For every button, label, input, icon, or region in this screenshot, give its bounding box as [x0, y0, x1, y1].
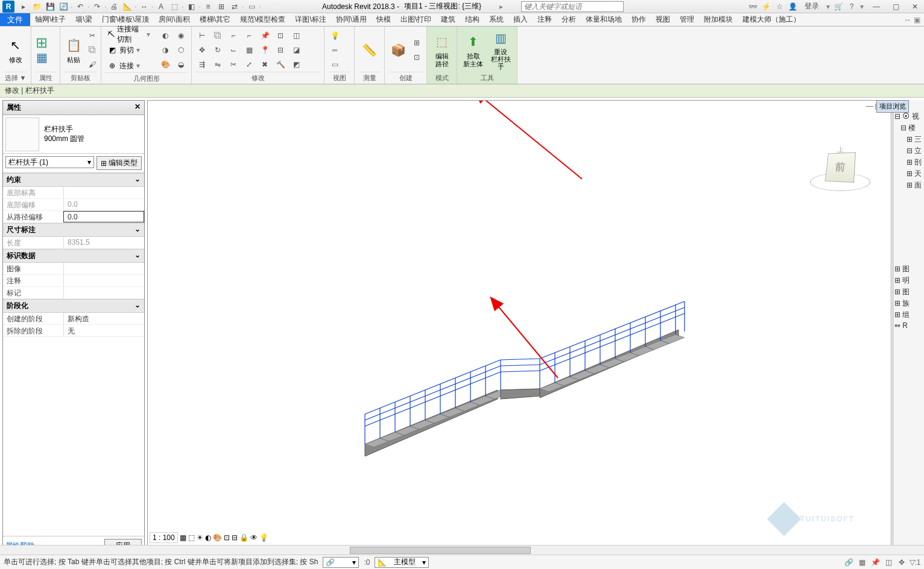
- shadows-icon[interactable]: ◐: [205, 533, 211, 542]
- geom-icon-1[interactable]: ◐: [159, 29, 172, 42]
- design-options-combo[interactable]: 📐主模型▾: [375, 557, 429, 568]
- edit-path-button[interactable]: ⬚ 编辑 路径: [431, 30, 453, 71]
- qat-save-icon[interactable]: 💾: [45, 1, 55, 12]
- view-canvas[interactable]: — ▣ ✕ 前 上: [147, 100, 891, 556]
- menu-manage[interactable]: 管理: [675, 13, 699, 26]
- mod-c-icon[interactable]: ◩: [290, 58, 303, 71]
- prop-phase-demo[interactable]: 拆除的阶段无: [3, 325, 144, 337]
- qat-undo-icon[interactable]: ↶: [75, 1, 86, 12]
- menu-architecture[interactable]: 建筑: [436, 13, 460, 26]
- qat-3d-icon[interactable]: ⬚: [169, 1, 180, 12]
- extend-icon[interactable]: ⌙: [227, 43, 240, 57]
- sun-path-icon[interactable]: ☀: [197, 533, 203, 542]
- group-dims-header[interactable]: 尺寸标注⌄: [3, 223, 144, 237]
- tree-item[interactable]: ⊞ 组: [894, 309, 923, 321]
- menu-spec-check[interactable]: 规范\模型检查: [235, 13, 290, 26]
- tree-item[interactable]: ⇔ R: [894, 321, 923, 330]
- crop-icon[interactable]: ⊡: [224, 533, 230, 542]
- select-links-icon[interactable]: 🔗: [843, 557, 854, 568]
- file-tab[interactable]: 文件: [0, 13, 30, 26]
- tree-item[interactable]: ⊞ 剖: [894, 157, 923, 168]
- qat-redo-icon[interactable]: ↷: [92, 1, 103, 12]
- qat-measure-icon[interactable]: 📐: [122, 1, 133, 12]
- tree-item[interactable]: ⊞ 明: [894, 275, 923, 286]
- group-select-label[interactable]: 选择 ▼: [4, 72, 27, 84]
- lock3d-icon[interactable]: 🔒: [239, 533, 248, 542]
- staircase-railing-model[interactable]: [353, 239, 691, 480]
- unpin-icon[interactable]: 📍: [258, 43, 271, 57]
- viewcube-front-face[interactable]: 前: [825, 152, 856, 183]
- offset-icon[interactable]: ⇶: [195, 58, 209, 71]
- array-icon[interactable]: ▦: [242, 43, 256, 57]
- mod-a-icon[interactable]: ◫: [290, 29, 303, 42]
- close-button[interactable]: ✕: [908, 1, 922, 12]
- menu-annotate[interactable]: 注释: [533, 13, 557, 26]
- geom-icon-2[interactable]: ◑: [159, 43, 172, 57]
- help-icon[interactable]: ?: [847, 2, 856, 11]
- geom-icon-4[interactable]: ◉: [174, 29, 188, 42]
- menu-massing-site[interactable]: 体量和场地: [581, 13, 627, 26]
- measure-button[interactable]: 📏: [358, 30, 381, 71]
- menu-master[interactable]: 建模大师（施工）: [738, 13, 805, 26]
- menu-structure[interactable]: 结构: [460, 13, 484, 26]
- view-minimize-icon[interactable]: —: [866, 102, 873, 110]
- split-icon[interactable]: ✂: [227, 58, 240, 71]
- ribbon-minimize-icon[interactable]: ▣: [914, 16, 920, 24]
- tree-item[interactable]: ⊞ 面: [894, 180, 923, 191]
- edit-type-button[interactable]: ⊞ 编辑类型: [97, 156, 142, 170]
- help-dropdown-icon[interactable]: ▾: [860, 2, 864, 11]
- qat-close-icon[interactable]: ⊞: [216, 1, 227, 12]
- communicate-icon[interactable]: ⚡: [761, 2, 771, 11]
- view-icon-1[interactable]: 💡: [328, 29, 341, 42]
- workset-combo[interactable]: 🔗▾: [323, 557, 359, 568]
- qat-section-icon[interactable]: ◧: [186, 1, 197, 12]
- prop-image[interactable]: 图像: [3, 263, 144, 275]
- rotate-icon[interactable]: ↻: [211, 43, 224, 57]
- properties-icon[interactable]: ⊞: [35, 36, 48, 49]
- login-dropdown-icon[interactable]: ▾: [826, 2, 830, 11]
- geom-icon-5[interactable]: ⬡: [174, 43, 188, 57]
- qat-sync-icon[interactable]: 🔄: [58, 1, 69, 12]
- scale-icon[interactable]: ⤢: [242, 58, 256, 71]
- render-icon[interactable]: 🎨: [213, 533, 222, 542]
- properties-close-icon[interactable]: ✕: [134, 102, 141, 113]
- login-label[interactable]: 登录: [805, 1, 819, 11]
- scrollbar-thumb[interactable]: [350, 547, 531, 554]
- qat-new-icon[interactable]: 📁: [31, 1, 42, 12]
- select-pinned-icon[interactable]: 📌: [870, 557, 881, 568]
- exchange-icon[interactable]: 🛒: [834, 2, 843, 11]
- menu-collaborate[interactable]: 协作: [627, 13, 651, 26]
- view-icon-2[interactable]: ═: [328, 43, 341, 57]
- horizontal-scrollbar[interactable]: [0, 545, 924, 555]
- menu-stair-other[interactable]: 楼梯\其它: [195, 13, 235, 26]
- menu-wall-beam[interactable]: 墙\梁: [71, 13, 97, 26]
- type-selector[interactable]: 栏杆扶手 900mm 圆管: [3, 115, 144, 154]
- mod-b-icon[interactable]: ◪: [290, 43, 303, 57]
- cut-geom-button[interactable]: ◩剪切▾: [105, 43, 153, 57]
- copy2-icon[interactable]: ⿻: [211, 29, 224, 42]
- tree-item[interactable]: ⊞ 图: [894, 263, 923, 275]
- qat-switch-icon[interactable]: ⇄: [229, 1, 240, 12]
- copy-icon[interactable]: ⿻: [86, 43, 99, 57]
- menu-quick[interactable]: 快模: [372, 13, 396, 26]
- pin-icon[interactable]: 📌: [258, 29, 271, 42]
- align-icon[interactable]: ⊢: [195, 29, 209, 42]
- prop-mark[interactable]: 标记: [3, 287, 144, 299]
- pick-new-host-button[interactable]: ⬆ 拾取 新主体: [461, 30, 486, 71]
- menu-insert[interactable]: 插入: [508, 13, 533, 26]
- prop-phase-created[interactable]: 创建的阶段新构造: [3, 313, 144, 325]
- tree-item[interactable]: ⊞ 天: [894, 168, 923, 180]
- menu-detail-anno[interactable]: 详图\标注: [290, 13, 331, 26]
- drag-elements-icon[interactable]: ✥: [896, 557, 907, 568]
- join-button[interactable]: ⊕连接▾: [105, 59, 153, 72]
- select-underlay-icon[interactable]: ▦: [856, 557, 867, 568]
- group-icon[interactable]: ⊡: [274, 29, 287, 42]
- tree-item[interactable]: ⊟ 立: [894, 145, 923, 157]
- ungroup-icon[interactable]: ⊟: [274, 43, 287, 57]
- reset-railing-button[interactable]: ▥ 重设 栏杆扶手: [489, 30, 514, 71]
- create-button[interactable]: 📦: [388, 30, 408, 71]
- geom-icon-6[interactable]: ◒: [174, 58, 188, 71]
- detail-level-icon[interactable]: ▦: [180, 533, 186, 542]
- tree-item[interactable]: ⊞ 三: [894, 134, 923, 145]
- cope-button[interactable]: ⛏连接端切割▾: [105, 28, 153, 41]
